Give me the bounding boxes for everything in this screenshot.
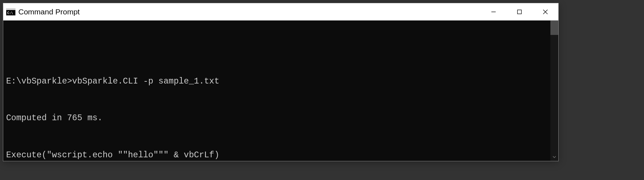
- vertical-scrollbar[interactable]: [550, 21, 558, 161]
- terminal-output[interactable]: E:\vbSparkle>vbSparkle.CLI -p sample_1.t…: [3, 21, 550, 161]
- scrollbar-thumb[interactable]: [550, 21, 558, 35]
- maximize-button[interactable]: [506, 3, 532, 21]
- window-title: Command Prompt: [18, 8, 481, 16]
- window-controls: [481, 3, 558, 20]
- command-prompt-icon: C:\: [6, 8, 15, 15]
- terminal-line: Execute("wscript.echo ""hello""" & vbCrL…: [6, 149, 548, 161]
- svg-rect-1: [6, 8, 15, 10]
- command-prompt-window: C:\ Command Prompt E:\vbSparkle>vbSparkl…: [3, 3, 559, 161]
- close-button[interactable]: [532, 3, 558, 21]
- scroll-down-arrow[interactable]: [550, 153, 558, 161]
- terminal-line: E:\vbSparkle>vbSparkle.CLI -p sample_1.t…: [6, 75, 548, 87]
- terminal-area: E:\vbSparkle>vbSparkle.CLI -p sample_1.t…: [3, 21, 558, 161]
- titlebar[interactable]: C:\ Command Prompt: [3, 3, 558, 21]
- svg-rect-4: [518, 10, 522, 14]
- svg-text:C:\: C:\: [7, 11, 13, 15]
- minimize-button[interactable]: [481, 3, 506, 21]
- terminal-line: Computed in 765 ms.: [6, 112, 548, 124]
